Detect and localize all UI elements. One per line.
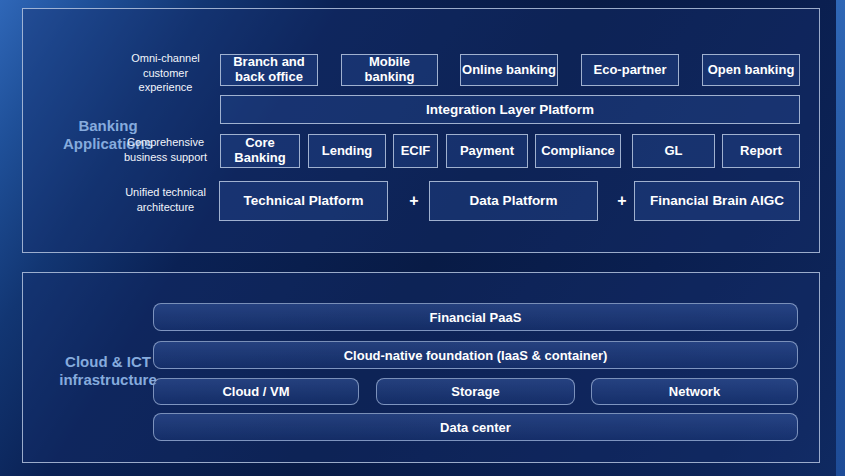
integration-layer-platform-bar: Integration Layer Platform [220,95,800,124]
box-eco-partner: Eco-partner [581,54,679,86]
box-ecif: ECIF [393,134,438,168]
box-payment: Payment [446,134,528,168]
box-mobile-banking: Mobile banking [341,54,438,86]
box-network: Network [591,378,798,405]
box-open-banking: Open banking [702,54,800,86]
banking-applications-panel: Banking Applications Omni-channel custom… [22,8,820,253]
box-financial-brain-aigc: Financial Brain AIGC [634,181,800,221]
row-label-unified-architecture: Unified technical architecture [118,185,213,214]
row-label-omni-channel: Omni-channel customer experience [118,51,213,95]
box-storage: Storage [376,378,575,405]
plus-sign: + [399,181,429,221]
box-core-banking: Core Banking [220,134,300,168]
box-lending: Lending [308,134,386,168]
box-gl: GL [632,134,715,168]
box-data-platform: Data Platform [429,181,598,221]
plus-sign: + [607,181,637,221]
box-technical-platform: Technical Platform [219,181,388,221]
box-online-banking: Online banking [460,54,558,86]
box-cloud-vm: Cloud / VM [153,378,359,405]
box-data-center: Data center [153,413,798,441]
box-branch-back-office: Branch and back office [220,54,318,86]
background-highlight-band [836,0,845,476]
box-report: Report [722,134,800,168]
cloud-ict-panel: Cloud & ICT infrastructure Financial Paa… [22,272,820,463]
box-compliance: Compliance [535,134,621,168]
box-cloud-native-foundation: Cloud-native foundation (IaaS & containe… [153,341,798,369]
box-financial-paas: Financial PaaS [153,303,798,331]
row-label-business-support: Comprehensive business support [118,135,213,164]
